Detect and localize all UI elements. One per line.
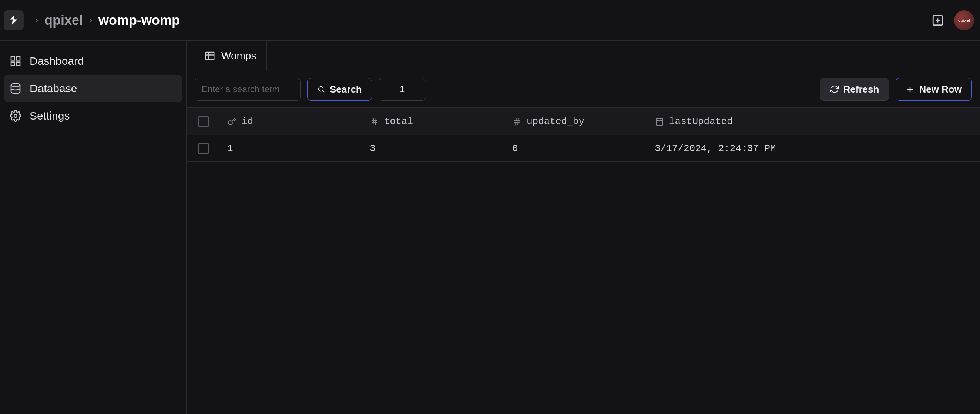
row-checkbox[interactable] xyxy=(198,143,209,154)
column-label: id xyxy=(242,116,253,127)
svg-rect-4 xyxy=(17,57,20,60)
dashboard-icon xyxy=(10,55,21,67)
refresh-button[interactable]: Refresh xyxy=(820,78,889,101)
svg-rect-6 xyxy=(17,62,20,65)
header: qpixel womp-womp qpixel xyxy=(0,0,980,41)
select-all-cell xyxy=(186,108,221,135)
column-label: lastUpdated xyxy=(669,116,733,127)
page-input[interactable] xyxy=(379,78,426,101)
svg-line-19 xyxy=(375,118,376,125)
search-button-label: Search xyxy=(330,84,362,95)
column-total[interactable]: total xyxy=(363,108,506,135)
bell-icon xyxy=(8,15,19,26)
cell-updated-by: 0 xyxy=(506,135,648,161)
add-button[interactable] xyxy=(930,12,946,29)
key-icon xyxy=(228,117,237,126)
sidebar-item-label: Dashboard xyxy=(30,55,84,67)
calendar-icon xyxy=(655,117,664,126)
sidebar-item-dashboard[interactable]: Dashboard xyxy=(4,48,183,75)
svg-point-7 xyxy=(11,84,20,87)
svg-line-13 xyxy=(323,91,324,92)
plus-square-icon xyxy=(932,14,944,27)
data-table: id total updated_by xyxy=(186,107,980,162)
main: Womps Search Refresh New Row xyxy=(186,41,980,414)
app-logo[interactable] xyxy=(4,10,24,30)
column-label: updated_by xyxy=(527,116,584,127)
select-all-checkbox[interactable] xyxy=(198,116,209,127)
sidebar-item-database[interactable]: Database xyxy=(4,75,183,102)
chevron-right-icon xyxy=(30,17,43,24)
select-row-cell xyxy=(186,135,221,161)
chevron-right-icon xyxy=(84,17,97,24)
breadcrumb-org[interactable]: qpixel xyxy=(45,13,83,28)
column-label: total xyxy=(384,116,413,127)
svg-line-22 xyxy=(515,118,516,125)
svg-point-8 xyxy=(14,115,17,117)
column-last-updated[interactable]: lastUpdated xyxy=(648,108,791,135)
refresh-icon xyxy=(830,85,839,94)
column-id[interactable]: id xyxy=(221,108,363,135)
hash-icon xyxy=(512,117,522,126)
search-button[interactable]: Search xyxy=(307,78,372,101)
tab-womps[interactable]: Womps xyxy=(194,41,267,71)
search-icon xyxy=(317,85,325,93)
table-header: id total updated_by xyxy=(186,108,980,135)
svg-rect-9 xyxy=(206,52,214,60)
column-trailing xyxy=(791,108,980,135)
sidebar-item-label: Settings xyxy=(30,110,70,122)
cell-id: 1 xyxy=(221,135,363,161)
toolbar: Search Refresh New Row xyxy=(186,71,980,107)
new-row-button[interactable]: New Row xyxy=(896,78,972,101)
gear-icon xyxy=(10,110,21,122)
table-icon xyxy=(204,50,215,62)
svg-line-18 xyxy=(373,118,374,125)
svg-rect-3 xyxy=(11,57,14,60)
tab-label: Womps xyxy=(221,50,256,62)
database-icon xyxy=(10,83,21,94)
sidebar-item-label: Database xyxy=(30,82,77,95)
sidebar: Dashboard Database Settings xyxy=(0,41,186,414)
new-row-button-label: New Row xyxy=(919,84,962,95)
table-row[interactable]: 1 3 0 3/17/2024, 2:24:37 PM xyxy=(186,135,980,162)
avatar-label: qpixel xyxy=(958,18,970,22)
tabs: Womps xyxy=(186,41,980,71)
sidebar-item-settings[interactable]: Settings xyxy=(4,102,183,130)
svg-rect-5 xyxy=(11,62,14,65)
cell-last-updated: 3/17/2024, 2:24:37 PM xyxy=(648,135,833,161)
cell-total: 3 xyxy=(363,135,506,161)
svg-rect-24 xyxy=(656,118,663,125)
plus-icon xyxy=(905,85,915,94)
breadcrumb-project[interactable]: womp-womp xyxy=(99,13,180,28)
search-input[interactable] xyxy=(195,78,301,101)
svg-line-23 xyxy=(518,118,519,125)
refresh-button-label: Refresh xyxy=(843,84,879,95)
column-updated-by[interactable]: updated_by xyxy=(506,108,648,135)
avatar[interactable]: qpixel xyxy=(954,10,974,30)
header-actions: qpixel xyxy=(930,10,976,30)
breadcrumb: qpixel womp-womp xyxy=(30,13,180,28)
hash-icon xyxy=(370,117,379,126)
svg-point-12 xyxy=(319,87,323,91)
